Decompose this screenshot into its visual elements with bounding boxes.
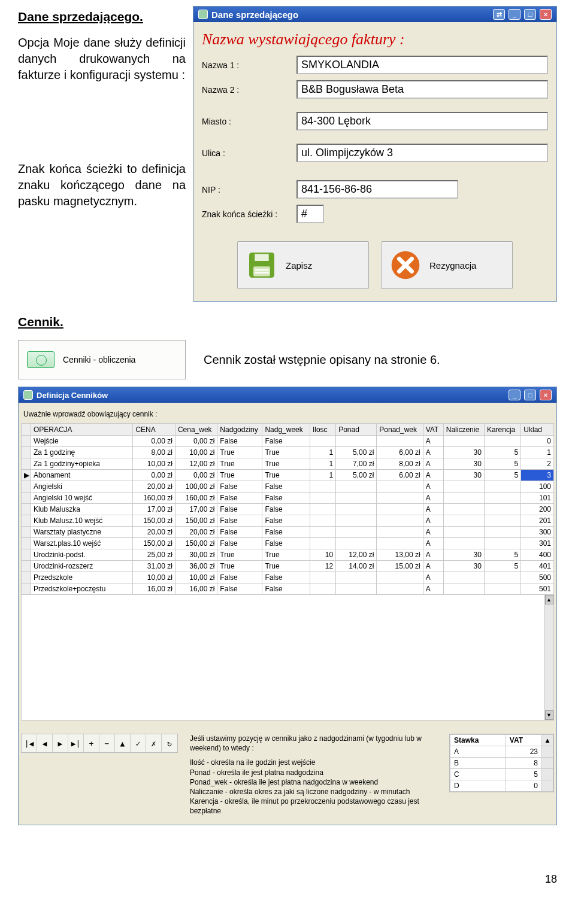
- vat-row[interactable]: D0: [450, 780, 553, 792]
- cell[interactable]: [484, 572, 520, 583]
- table-row[interactable]: Warsztaty plastyczne20,00 zł20,00 złFals…: [22, 527, 554, 538]
- vat-row[interactable]: C5: [450, 769, 553, 780]
- table-row[interactable]: Za 1 godziny+opieka10,00 zł12,00 złTrueT…: [22, 458, 554, 470]
- vat-cell[interactable]: 23: [506, 746, 541, 758]
- cell[interactable]: False: [262, 572, 310, 583]
- col-header[interactable]: Uklad: [521, 424, 554, 436]
- table-row[interactable]: ▶Abonament0,00 zł0,00 złTrueTrue15,00 zł…: [22, 470, 554, 481]
- cell[interactable]: [443, 583, 484, 595]
- table-row[interactable]: Wejście0,00 zł0,00 złFalseFalseA0: [22, 436, 554, 447]
- cell[interactable]: False: [262, 515, 310, 527]
- cell[interactable]: [336, 538, 377, 549]
- cell[interactable]: 8,00 zł: [133, 447, 175, 458]
- cell[interactable]: 8,00 zł: [377, 458, 423, 470]
- cell[interactable]: [22, 515, 31, 527]
- table-row[interactable]: Urodzinki-podst.25,00 zł30,00 złTrueTrue…: [22, 549, 554, 561]
- cell[interactable]: 150,00 zł: [133, 515, 175, 527]
- cell[interactable]: 401: [521, 561, 554, 572]
- cell[interactable]: [443, 436, 484, 447]
- cell[interactable]: [22, 583, 31, 595]
- cell[interactable]: A: [423, 481, 443, 493]
- nav-button[interactable]: ▶|: [68, 734, 84, 752]
- cell[interactable]: [22, 436, 31, 447]
- cell[interactable]: False: [262, 583, 310, 595]
- cell[interactable]: [22, 481, 31, 493]
- cell[interactable]: Klub Malusz.10 wejść: [31, 515, 133, 527]
- cell[interactable]: 31,00 zł: [133, 561, 175, 572]
- cell[interactable]: 5,00 zł: [336, 447, 377, 458]
- cell[interactable]: 150,00 zł: [175, 538, 217, 549]
- cell[interactable]: 30: [443, 447, 484, 458]
- nav-button[interactable]: +: [84, 734, 99, 752]
- cell[interactable]: Za 1 godziny+opieka: [31, 458, 133, 470]
- cell[interactable]: False: [217, 583, 262, 595]
- cell[interactable]: [443, 572, 484, 583]
- col-header[interactable]: Karencja: [484, 424, 520, 436]
- nav-button[interactable]: ↻: [162, 734, 177, 752]
- zapisz-button[interactable]: Zapisz: [237, 241, 369, 289]
- cell[interactable]: Warsztaty plastyczne: [31, 527, 133, 538]
- cell[interactable]: True: [217, 458, 262, 470]
- vat-scroll-up-icon[interactable]: ▴: [542, 735, 553, 746]
- cell[interactable]: 400: [521, 549, 554, 561]
- cell[interactable]: 10,00 zł: [133, 458, 175, 470]
- cell[interactable]: False: [262, 481, 310, 493]
- cell[interactable]: [310, 583, 335, 595]
- table-row[interactable]: Klub Malusz.10 wejść150,00 zł150,00 złFa…: [22, 515, 554, 527]
- col-header[interactable]: Ilosc: [310, 424, 335, 436]
- cell[interactable]: True: [262, 447, 310, 458]
- cell[interactable]: False: [217, 527, 262, 538]
- cell[interactable]: A: [423, 493, 443, 504]
- cell[interactable]: False: [217, 493, 262, 504]
- cell[interactable]: [377, 493, 423, 504]
- input-miasto[interactable]: 84-300 Lębork: [296, 112, 548, 130]
- cell[interactable]: A: [423, 538, 443, 549]
- cell[interactable]: [443, 538, 484, 549]
- cell[interactable]: True: [262, 458, 310, 470]
- cell[interactable]: A: [423, 470, 443, 481]
- cell[interactable]: 5: [484, 561, 520, 572]
- col-header[interactable]: OPERACJA: [31, 424, 133, 436]
- col-header[interactable]: Ponad_wek: [377, 424, 423, 436]
- col-header[interactable]: Cena_wek: [175, 424, 217, 436]
- cell[interactable]: 30,00 zł: [175, 549, 217, 561]
- cell[interactable]: 0,00 zł: [133, 470, 175, 481]
- cell[interactable]: [310, 436, 335, 447]
- cell[interactable]: False: [217, 515, 262, 527]
- cell[interactable]: 100,00 zł: [175, 481, 217, 493]
- cell[interactable]: [310, 572, 335, 583]
- cell[interactable]: [443, 481, 484, 493]
- cell[interactable]: Abonament: [31, 470, 133, 481]
- cell[interactable]: [443, 527, 484, 538]
- cell[interactable]: 10,00 zł: [175, 572, 217, 583]
- cell[interactable]: [336, 583, 377, 595]
- col-header[interactable]: VAT: [423, 424, 443, 436]
- nav-button[interactable]: ◀: [37, 734, 53, 752]
- nav-button[interactable]: ▶: [53, 734, 68, 752]
- cell[interactable]: Urodzinki-podst.: [31, 549, 133, 561]
- cell[interactable]: A: [423, 549, 443, 561]
- cell[interactable]: A: [423, 572, 443, 583]
- cell[interactable]: 1: [310, 447, 335, 458]
- vat-row[interactable]: A23: [450, 746, 553, 758]
- cell[interactable]: [443, 493, 484, 504]
- vat-cell[interactable]: 8: [506, 758, 541, 769]
- record-navigator[interactable]: |◀◀▶▶|+−▲✓✗↻: [21, 734, 178, 753]
- cell[interactable]: ▶: [22, 470, 31, 481]
- cell[interactable]: True: [262, 561, 310, 572]
- cell[interactable]: 5,00 zł: [336, 470, 377, 481]
- cell[interactable]: 15,00 zł: [377, 561, 423, 572]
- cell[interactable]: 30: [443, 470, 484, 481]
- minimize-icon[interactable]: _: [509, 9, 520, 20]
- cell[interactable]: 160,00 zł: [133, 493, 175, 504]
- cennik-table[interactable]: OPERACJACENACena_wekNadgodzinyNadg_weekI…: [21, 423, 554, 595]
- cell[interactable]: False: [217, 481, 262, 493]
- cell[interactable]: [484, 583, 520, 595]
- cell[interactable]: A: [423, 583, 443, 595]
- cell[interactable]: A: [423, 504, 443, 515]
- vat-row[interactable]: B8: [450, 758, 553, 769]
- cell[interactable]: Angielski 10 wejść: [31, 493, 133, 504]
- cell[interactable]: Wejście: [31, 436, 133, 447]
- cell[interactable]: [443, 504, 484, 515]
- cell[interactable]: 200: [521, 504, 554, 515]
